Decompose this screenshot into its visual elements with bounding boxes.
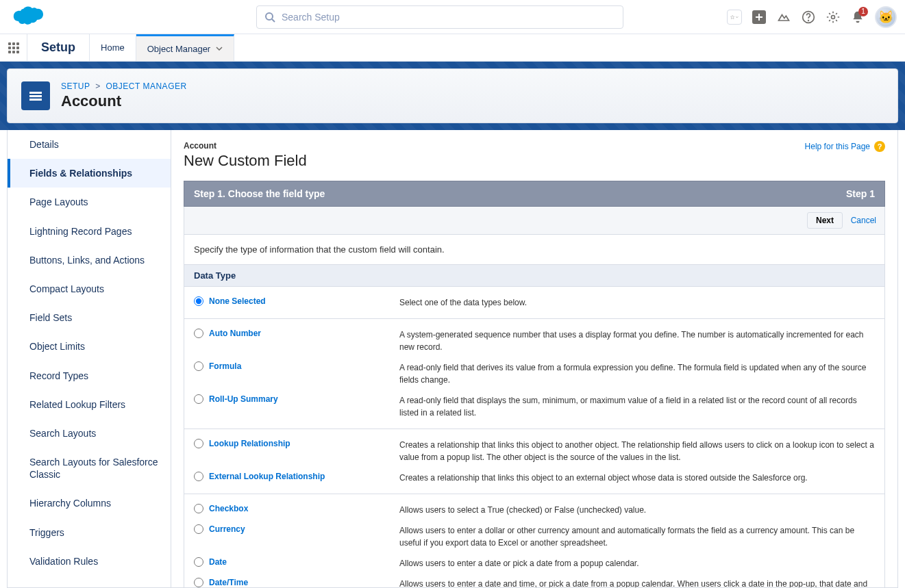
- instruction-text: Specify the type of information that the…: [184, 235, 885, 265]
- type-label[interactable]: Date: [209, 557, 227, 567]
- type-label[interactable]: Formula: [209, 361, 241, 371]
- body: DetailsFields & RelationshipsPage Layout…: [7, 130, 898, 588]
- type-description: Allows users to select a True (checked) …: [399, 504, 875, 516]
- svg-line-1: [272, 19, 275, 22]
- type-description: Allows users to enter a date or pick a d…: [399, 557, 875, 570]
- tab-object-manager-label: Object Manager: [147, 44, 211, 54]
- tab-home-label: Home: [101, 42, 125, 53]
- notifications-icon[interactable]: 1: [850, 10, 865, 25]
- main-content: Account New Custom Field Help for this P…: [171, 130, 898, 588]
- type-row: FormulaA read-only field that derives it…: [184, 357, 884, 390]
- sidebar-item[interactable]: Search Layouts for Salesforce Classic: [8, 448, 171, 489]
- trailhead-icon[interactable]: [776, 10, 791, 25]
- sidebar-item[interactable]: Related Lookup Filters: [8, 390, 171, 419]
- data-type-header: Data Type: [184, 265, 885, 287]
- sidebar-item[interactable]: Fields & Relationships: [8, 159, 171, 188]
- sidebar-item[interactable]: Record Types: [8, 361, 171, 390]
- object-icon: [21, 81, 50, 110]
- app-name: Setup: [27, 34, 90, 61]
- main-header: Account New Custom Field Help for this P…: [184, 141, 885, 170]
- salesforce-logo: [8, 5, 44, 29]
- sidebar-item[interactable]: Page Layouts: [8, 188, 171, 216]
- type-label[interactable]: Checkbox: [209, 504, 248, 513]
- type-label[interactable]: External Lookup Relationship: [209, 472, 325, 481]
- search-icon: [264, 12, 275, 23]
- help-icon[interactable]: [801, 10, 816, 25]
- chevron-down-icon: [216, 44, 223, 54]
- page-title: Account: [61, 92, 187, 110]
- svg-point-5: [808, 20, 809, 21]
- type-row: Lookup RelationshipCreates a relationshi…: [184, 435, 884, 468]
- type-label[interactable]: Auto Number: [209, 329, 261, 338]
- svg-point-0: [266, 13, 273, 20]
- sidebar-item[interactable]: Buttons, Links, and Actions: [8, 246, 171, 274]
- type-description: Creates a relationship that links this o…: [399, 439, 875, 463]
- step-header: Step 1. Choose the field type Step 1: [184, 181, 885, 207]
- sidebar-item[interactable]: Hierarchy Columns: [8, 489, 171, 517]
- actions-bar: Next Cancel: [184, 207, 885, 235]
- type-radio[interactable]: [194, 361, 203, 371]
- type-label[interactable]: Currency: [209, 524, 245, 534]
- type-radio[interactable]: [194, 524, 203, 534]
- object-label: Account: [184, 141, 307, 151]
- type-description: Allows users to enter a dollar or other …: [399, 524, 875, 549]
- sidebar: DetailsFields & RelationshipsPage Layout…: [7, 130, 171, 588]
- next-button[interactable]: Next: [807, 212, 843, 229]
- help-link[interactable]: Help for this Page ?: [805, 141, 885, 152]
- type-row: Roll-Up SummaryA read-only field that di…: [184, 390, 884, 423]
- svg-marker-2: [731, 15, 734, 18]
- svg-rect-7: [29, 92, 42, 94]
- type-radio[interactable]: [194, 439, 203, 448]
- global-search: [256, 5, 623, 29]
- type-label[interactable]: Lookup Relationship: [209, 439, 290, 448]
- type-description: Creates a relationship that links this o…: [399, 472, 875, 484]
- svg-rect-9: [29, 99, 42, 101]
- sidebar-item[interactable]: Field Sets: [8, 303, 171, 332]
- breadcrumb-object-manager-link[interactable]: OBJECT MANAGER: [106, 81, 187, 91]
- app-launcher-icon[interactable]: [0, 34, 27, 61]
- favorites-button[interactable]: [727, 10, 742, 25]
- sidebar-item[interactable]: Compact Layouts: [8, 274, 171, 303]
- type-label[interactable]: Date/Time: [209, 578, 248, 587]
- breadcrumb: SETUP > OBJECT MANAGER: [61, 81, 187, 91]
- type-group: CheckboxAllows users to select a True (c…: [184, 494, 885, 588]
- main-title: New Custom Field: [184, 152, 307, 170]
- breadcrumb-setup-link[interactable]: SETUP: [61, 81, 90, 91]
- type-label[interactable]: None Selected: [209, 296, 266, 306]
- sidebar-item[interactable]: Triggers: [8, 518, 171, 547]
- type-radio[interactable]: [194, 296, 203, 306]
- type-radio[interactable]: [194, 504, 203, 513]
- type-radio[interactable]: [194, 557, 203, 567]
- tab-object-manager[interactable]: Object Manager: [136, 34, 235, 61]
- type-row: Auto NumberA system-generated sequence n…: [184, 324, 884, 357]
- type-row: External Lookup RelationshipCreates a re…: [184, 468, 884, 488]
- type-row: None SelectedSelect one of the data type…: [184, 292, 884, 313]
- global-header: 1 🐱: [0, 0, 905, 34]
- type-radio[interactable]: [194, 472, 203, 481]
- tab-home[interactable]: Home: [90, 34, 136, 61]
- type-group: Lookup RelationshipCreates a relationshi…: [184, 429, 885, 494]
- type-row: CheckboxAllows users to select a True (c…: [184, 500, 884, 520]
- add-button[interactable]: [752, 10, 767, 25]
- type-group: None SelectedSelect one of the data type…: [184, 287, 885, 319]
- setup-gear-icon[interactable]: [826, 10, 841, 25]
- svg-rect-8: [29, 95, 42, 97]
- svg-point-6: [832, 15, 835, 18]
- type-label[interactable]: Roll-Up Summary: [209, 394, 278, 404]
- step-indicator: Step 1: [846, 188, 875, 199]
- user-avatar[interactable]: 🐱: [875, 6, 897, 28]
- sidebar-item[interactable]: Search Layouts: [8, 419, 171, 448]
- type-row: Date/TimeAllows users to enter a date an…: [184, 574, 884, 588]
- type-radio[interactable]: [194, 578, 203, 587]
- help-link-label: Help for this Page: [805, 142, 870, 151]
- type-row: DateAllows users to enter a date or pick…: [184, 553, 884, 574]
- search-input[interactable]: [256, 5, 623, 29]
- sidebar-item[interactable]: Validation Rules: [8, 547, 171, 576]
- sidebar-item[interactable]: Lightning Record Pages: [8, 217, 171, 246]
- sidebar-item[interactable]: Object Limits: [8, 332, 171, 361]
- type-radio[interactable]: [194, 394, 203, 404]
- cancel-link[interactable]: Cancel: [851, 216, 876, 225]
- header-icons: 1 🐱: [727, 6, 897, 28]
- sidebar-item[interactable]: Details: [8, 130, 171, 159]
- type-radio[interactable]: [194, 329, 203, 338]
